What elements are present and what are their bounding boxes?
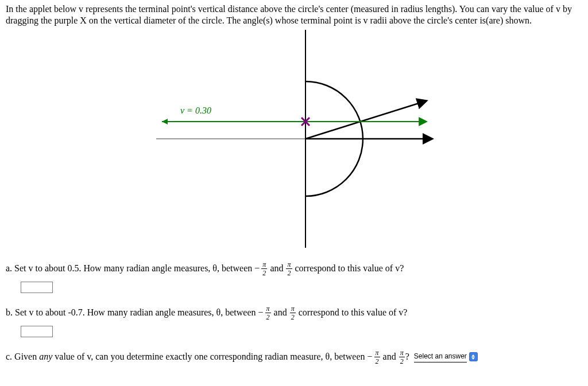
terminal-ray	[305, 101, 426, 139]
question-c-any: any	[39, 352, 52, 361]
v-value-label: v = 0.30	[180, 106, 211, 116]
question-b-pre: b. Set v to about -0.7. How many radian …	[6, 307, 258, 317]
applet-svg	[139, 30, 449, 248]
pi-over-2-b: π2	[290, 305, 296, 321]
unit-circle-applet[interactable]: v = 0.30	[139, 30, 449, 248]
v-chord-left-arrow	[162, 119, 168, 124]
question-c: c. Given any value of v, can you determi…	[6, 350, 582, 365]
applet-container: v = 0.30	[6, 30, 582, 248]
question-a: a. Set v to about 0.5. How many radian a…	[6, 262, 582, 277]
pi-over-2-c: π2	[399, 349, 405, 365]
and-word-b: and	[272, 307, 289, 317]
answer-input-b[interactable]	[21, 326, 53, 337]
intro-text: In the applet below v represents the ter…	[6, 3, 582, 26]
select-label: Select an answer	[414, 352, 467, 362]
neg-pi-over-2-c: π2	[374, 349, 380, 365]
neg-pi-over-2: π2	[261, 261, 267, 276]
select-stepper-icon[interactable]	[469, 352, 478, 361]
question-b: b. Set v to about -0.7. How many radian …	[6, 306, 582, 321]
and-word-c: and	[381, 352, 399, 361]
question-a-post: correspond to this value of v?	[293, 263, 404, 273]
and-word: and	[268, 263, 285, 273]
answer-select-c[interactable]: Select an answer	[414, 352, 478, 362]
question-a-pre: a. Set v to about 0.5. How many radian a…	[6, 263, 254, 273]
answer-input-a[interactable]	[21, 282, 53, 293]
question-c-pre: c. Given	[6, 352, 39, 361]
question-c-mid: value of v, can you determine exactly on…	[52, 352, 367, 361]
question-c-post: ?	[405, 352, 409, 361]
question-b-post: correspond to this value of v?	[296, 307, 408, 317]
neg-pi-over-2-b: π2	[265, 305, 271, 321]
pi-over-2: π2	[286, 261, 292, 276]
